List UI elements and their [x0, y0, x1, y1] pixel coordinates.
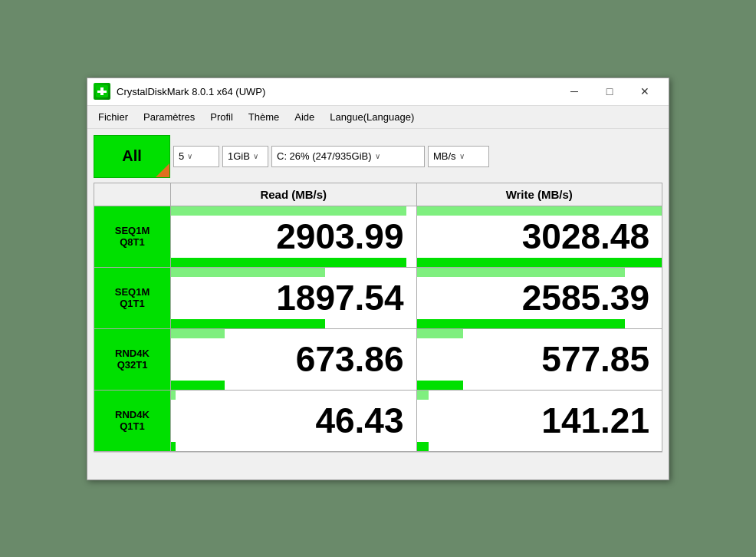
row-1-label: SEQ1MQ1T1	[94, 267, 171, 328]
write-bar-1	[417, 319, 626, 328]
maximize-button[interactable]: □	[592, 77, 627, 105]
window-title: CrystalDiskMark 8.0.1 x64 (UWP)	[117, 86, 557, 97]
row-0-label: SEQ1MQ8T1	[94, 206, 171, 267]
all-button[interactable]: All	[94, 135, 170, 178]
write-bar-0	[417, 258, 662, 267]
svg-rect-2	[100, 87, 104, 95]
write-bar-top-1	[417, 268, 626, 277]
size-dropdown-arrow: ∨	[253, 152, 258, 160]
read-bar-top-1	[171, 268, 325, 277]
empty-header	[94, 183, 171, 206]
count-dropdown-arrow: ∨	[187, 152, 192, 160]
unit-dropdown-arrow: ∨	[459, 152, 465, 160]
read-bar-top-0	[171, 206, 406, 216]
table-row: SEQ1MQ8T1 2903.99 3028.48	[94, 206, 662, 267]
results-table: Read (MB/s) Write (MB/s) SEQ1MQ8T1 2903.…	[94, 183, 662, 452]
write-value-3: 141.21	[541, 400, 649, 440]
read-value-0: 2903.99	[276, 216, 403, 256]
main-window: CrystalDiskMark 8.0.1 x64 (UWP) ─ □ ✕ Fi…	[87, 77, 669, 480]
row-3-read: 46.43	[171, 390, 417, 451]
write-value-1: 2585.39	[522, 278, 649, 318]
menu-bar: Fichier Paramètres Profil Thème Aide Lan…	[87, 106, 669, 129]
read-bar-0	[171, 258, 406, 267]
row-0-write: 3028.48	[416, 206, 662, 267]
row-0-read: 2903.99	[171, 206, 417, 267]
write-value-2: 577.85	[541, 339, 649, 379]
menu-langue[interactable]: Langue(Language)	[322, 108, 422, 126]
menu-parametres[interactable]: Paramètres	[136, 108, 202, 126]
read-bar-top-2	[171, 329, 225, 338]
drive-dropdown[interactable]: C: 26% (247/935GiB) ∨	[271, 146, 425, 167]
app-icon	[94, 83, 110, 100]
read-value-3: 46.43	[315, 400, 403, 440]
table-row: RND4KQ1T1 46.43 141.21	[94, 390, 662, 451]
read-bar-top-3	[171, 391, 176, 400]
status-bar	[94, 452, 662, 473]
minimize-button[interactable]: ─	[557, 77, 592, 105]
menu-aide[interactable]: Aide	[287, 108, 322, 126]
write-header: Write (MB/s)	[416, 183, 662, 206]
read-value-2: 673.86	[296, 339, 404, 379]
count-dropdown[interactable]: 5 ∨	[173, 146, 219, 167]
write-value-0: 3028.48	[522, 216, 649, 256]
row-3-label: RND4KQ1T1	[94, 390, 171, 451]
read-header: Read (MB/s)	[171, 183, 417, 206]
row-3-write: 141.21	[416, 390, 662, 451]
write-bar-top-2	[417, 329, 464, 338]
size-dropdown[interactable]: 1GiB ∨	[222, 146, 268, 167]
drive-dropdown-arrow: ∨	[375, 152, 380, 160]
row-2-write: 577.85	[416, 328, 662, 390]
menu-fichier[interactable]: Fichier	[90, 108, 136, 126]
menu-profil[interactable]: Profil	[202, 108, 241, 126]
read-bar-1	[171, 319, 325, 328]
unit-dropdown[interactable]: MB/s ∨	[428, 146, 489, 167]
table-row: RND4KQ32T1 673.86 577.85	[94, 328, 662, 390]
row-1-write: 2585.39	[416, 267, 662, 328]
read-value-1: 1897.54	[276, 278, 403, 318]
row-2-label: RND4KQ32T1	[94, 328, 171, 390]
write-bar-top-3	[417, 391, 429, 400]
read-bar-2	[171, 381, 225, 390]
content-area: All 5 ∨ 1GiB ∨ C: 26% (247/935GiB) ∨ MB/…	[87, 129, 669, 480]
row-1-read: 1897.54	[171, 267, 417, 328]
title-bar: CrystalDiskMark 8.0.1 x64 (UWP) ─ □ ✕	[87, 78, 669, 106]
write-bar-3	[417, 442, 429, 451]
write-bar-top-0	[417, 206, 662, 216]
close-button[interactable]: ✕	[627, 77, 662, 105]
window-controls: ─ □ ✕	[557, 77, 662, 105]
row-2-read: 673.86	[171, 328, 417, 390]
controls-row: All 5 ∨ 1GiB ∨ C: 26% (247/935GiB) ∨ MB/…	[94, 135, 662, 178]
table-row: SEQ1MQ1T1 1897.54 2585.39	[94, 267, 662, 328]
write-bar-2	[417, 381, 464, 390]
menu-theme[interactable]: Thème	[241, 108, 287, 126]
read-bar-3	[171, 442, 176, 451]
